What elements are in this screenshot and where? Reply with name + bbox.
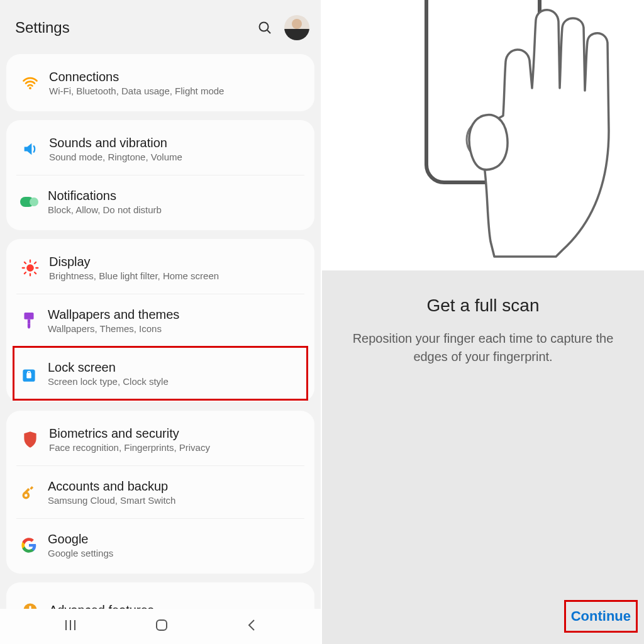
svg-line-11 bbox=[35, 272, 36, 274]
brightness-icon bbox=[18, 255, 43, 280]
shield-icon bbox=[18, 427, 43, 452]
settings-group: Display Brightness, Blue light filter, H… bbox=[6, 239, 314, 402]
svg-rect-28 bbox=[157, 620, 167, 630]
android-navbar bbox=[0, 609, 321, 644]
row-title: Notifications bbox=[48, 188, 304, 203]
google-icon bbox=[16, 533, 42, 558]
row-subtitle: Screen lock type, Clock style bbox=[48, 376, 304, 387]
row-title: Google bbox=[48, 531, 304, 547]
svg-point-5 bbox=[26, 264, 34, 272]
svg-rect-15 bbox=[28, 319, 30, 323]
row-title: Biometrics and security bbox=[49, 426, 304, 441]
row-title: Advanced features bbox=[49, 602, 304, 609]
scan-description: Reposition your finger each time to capt… bbox=[340, 330, 626, 366]
svg-line-10 bbox=[25, 262, 26, 263]
row-connections[interactable]: Connections Wi-Fi, Bluetooth, Data usage… bbox=[6, 57, 314, 109]
row-advanced[interactable]: Advanced features bbox=[6, 585, 314, 609]
svg-rect-17 bbox=[26, 372, 31, 378]
page-title: Settings bbox=[15, 19, 254, 36]
notification-icon bbox=[16, 189, 42, 214]
row-title: Sounds and vibration bbox=[49, 135, 304, 150]
row-subtitle: Wi-Fi, Bluetooth, Data usage, Flight mod… bbox=[49, 86, 304, 96]
row-display[interactable]: Display Brightness, Blue light filter, H… bbox=[6, 242, 314, 294]
svg-point-4 bbox=[30, 197, 38, 206]
row-subtitle: Samsung Cloud, Smart Switch bbox=[48, 495, 304, 506]
row-subtitle: Block, Allow, Do not disturb bbox=[48, 204, 304, 215]
fingerprint-scan-pane: Get a full scan Reposition your finger e… bbox=[322, 0, 644, 644]
speaker-icon bbox=[18, 136, 43, 162]
row-title: Accounts and backup bbox=[48, 479, 304, 494]
row-title: Wallpapers and themes bbox=[48, 307, 304, 322]
plus-gear-icon bbox=[18, 597, 43, 609]
search-icon bbox=[257, 20, 272, 35]
lock-icon bbox=[16, 361, 42, 386]
paint-brush-icon bbox=[16, 308, 42, 333]
svg-point-0 bbox=[260, 23, 269, 31]
settings-group: Sounds and vibration Sound mode, Rington… bbox=[6, 120, 314, 230]
wifi-icon bbox=[18, 70, 43, 96]
settings-header: Settings bbox=[0, 0, 321, 55]
row-title: Display bbox=[49, 254, 304, 269]
row-biometrics[interactable]: Biometrics and security Face recognition… bbox=[6, 413, 314, 465]
row-subtitle: Google settings bbox=[48, 548, 304, 558]
svg-line-1 bbox=[267, 30, 270, 33]
row-subtitle: Sound mode, Ringtone, Volume bbox=[49, 152, 304, 162]
back-button[interactable] bbox=[245, 618, 258, 635]
continue-wrap: Continue bbox=[564, 600, 638, 633]
key-icon bbox=[16, 480, 42, 505]
row-notifications[interactable]: Notifications Block, Allow, Do not distu… bbox=[16, 175, 304, 228]
svg-line-13 bbox=[35, 262, 36, 263]
row-subtitle: Wallpapers, Themes, Icons bbox=[48, 323, 304, 334]
row-title: Connections bbox=[49, 69, 304, 84]
profile-avatar[interactable] bbox=[284, 15, 309, 40]
row-subtitle: Face recognition, Fingerprints, Privacy bbox=[49, 442, 304, 453]
svg-rect-14 bbox=[24, 313, 33, 319]
settings-pane: Settings Connections Wi-Fi, Bluetooth, D… bbox=[0, 0, 322, 644]
row-google[interactable]: Google Google settings bbox=[16, 518, 304, 571]
fingerprint-illustration bbox=[322, 0, 644, 270]
continue-button[interactable]: Continue bbox=[564, 600, 638, 633]
scan-instructions: Get a full scan Reposition your finger e… bbox=[322, 270, 644, 644]
row-accounts[interactable]: Accounts and backup Samsung Cloud, Smart… bbox=[16, 465, 304, 518]
recent-apps-button[interactable] bbox=[63, 619, 78, 634]
settings-group: Biometrics and security Face recognition… bbox=[6, 411, 314, 574]
settings-group: Advanced features bbox=[6, 582, 314, 609]
row-lock-screen[interactable]: Lock screen Screen lock type, Clock styl… bbox=[16, 347, 304, 399]
row-sounds[interactable]: Sounds and vibration Sound mode, Rington… bbox=[6, 123, 314, 175]
svg-rect-21 bbox=[30, 486, 33, 490]
row-title: Lock screen bbox=[48, 360, 304, 375]
scan-title: Get a full scan bbox=[340, 296, 626, 316]
settings-group: Connections Wi-Fi, Bluetooth, Data usage… bbox=[6, 54, 314, 111]
row-wallpapers[interactable]: Wallpapers and themes Wallpapers, Themes… bbox=[16, 294, 304, 347]
svg-point-2 bbox=[29, 87, 31, 89]
svg-line-12 bbox=[25, 272, 26, 274]
settings-list[interactable]: Connections Wi-Fi, Bluetooth, Data usage… bbox=[0, 50, 321, 609]
svg-point-19 bbox=[25, 494, 28, 497]
home-button[interactable] bbox=[154, 618, 169, 635]
row-subtitle: Brightness, Blue light filter, Home scre… bbox=[49, 270, 304, 281]
search-button[interactable] bbox=[254, 17, 275, 38]
